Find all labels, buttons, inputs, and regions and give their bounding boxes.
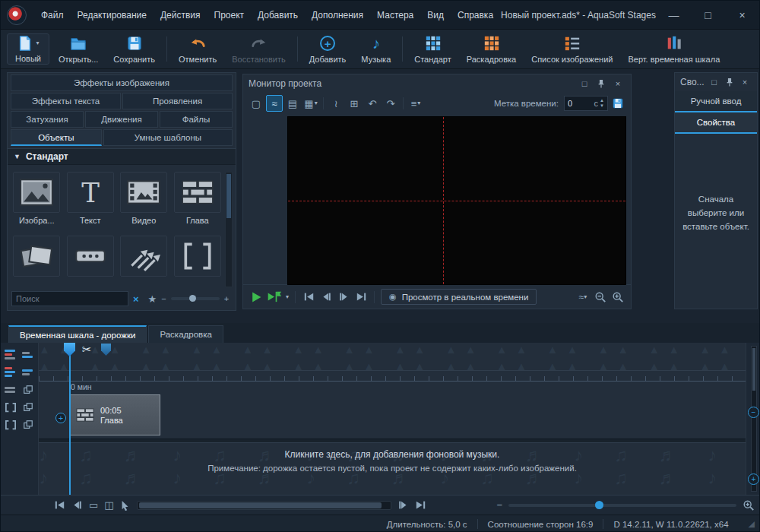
zoom-in-button[interactable] [611, 289, 625, 306]
view-list-button[interactable]: ≡▾ [407, 95, 424, 112]
tool-collapse-tracks-icon[interactable] [20, 365, 36, 379]
objects-scrollbar[interactable] [225, 172, 233, 287]
favorites-star-icon[interactable]: ★ [148, 294, 157, 304]
object-placeholder[interactable] [66, 236, 116, 277]
timestamp-input[interactable] [568, 99, 587, 108]
resize-grip-icon[interactable]: ◢ [749, 519, 755, 529]
playhead-line[interactable] [69, 343, 71, 495]
object-particles[interactable] [119, 236, 169, 277]
image-list-view-button[interactable]: Список изображений [524, 31, 620, 67]
skip-start-button[interactable] [302, 289, 315, 306]
timeline-canvas[interactable]: ▲▲ ▲▲ ▲▲ ▲▲ ▲▲ ▲▲ ▲▲ ▲▲ ▲▲ ▲▲ ▲▲ ▲▲ ▲▲ ▲… [39, 343, 746, 495]
menu-view[interactable]: Вид [420, 6, 451, 24]
properties-maximize-button[interactable]: □ [708, 75, 721, 89]
preview-canvas[interactable] [287, 116, 626, 285]
tab-objects[interactable]: Объекты [11, 129, 102, 146]
track-divider[interactable] [39, 439, 746, 443]
maximize-button[interactable]: □ [691, 1, 725, 29]
monitor-maximize-button[interactable]: □ [577, 77, 592, 90]
object-image-stack[interactable] [12, 236, 62, 277]
tab-storyboard[interactable]: Раскадровка [148, 325, 223, 343]
object-image[interactable]: Изобра... [12, 172, 62, 225]
horizontal-scrollbar[interactable] [137, 501, 391, 510]
object-text[interactable]: T Текст [66, 172, 116, 225]
menu-file[interactable]: Файл [34, 6, 71, 24]
prev-object-button[interactable] [71, 500, 83, 510]
monitor-pin-button[interactable] [594, 77, 609, 90]
menu-actions[interactable]: Действия [154, 6, 207, 24]
new-button[interactable]: ▾ Новый [7, 33, 49, 65]
save-button[interactable]: Сохранить [106, 31, 163, 67]
timeline-magnifier-button[interactable] [743, 499, 755, 511]
tool-flatten-icon[interactable] [2, 382, 18, 397]
tab-fades[interactable]: Затухания [11, 111, 84, 128]
properties-pin-button[interactable] [723, 75, 736, 89]
cursor-tool-icon[interactable] [120, 500, 131, 511]
timestamp-spinbox[interactable]: с ▲▼ [564, 96, 608, 111]
range-marker[interactable] [101, 344, 111, 356]
realtime-preview-button[interactable]: ◉ Просмотр в реальном времени [381, 289, 537, 305]
add-object-button[interactable]: + Добавить [302, 31, 354, 67]
tool-frame-selection-icon[interactable] [2, 417, 18, 432]
tab-image-effects[interactable]: Эффекты изображения [11, 74, 233, 91]
keyframe-table-button[interactable]: ⊞ [346, 95, 363, 112]
track-zoom-in-button[interactable]: + [748, 473, 759, 485]
clear-search-icon[interactable]: × [133, 293, 139, 305]
tab-smart-templates[interactable]: Умные шаблоны [103, 129, 233, 146]
skip-end-button[interactable] [354, 289, 368, 306]
layout-rows-button[interactable]: ▤ [284, 95, 301, 112]
minimize-button[interactable]: — [657, 1, 691, 29]
tool-layers-icon[interactable] [20, 347, 36, 362]
step-forward-button[interactable] [337, 289, 350, 306]
tool-fit-frame-icon[interactable] [2, 400, 18, 414]
transform-select-button[interactable]: ▢ [248, 95, 264, 112]
object-video[interactable]: Видео [119, 172, 169, 225]
playhead-marker[interactable] [64, 343, 75, 356]
track-zoom-out-button[interactable]: − [748, 407, 759, 418]
ease-in-button[interactable]: ↶ [364, 95, 381, 112]
ease-out-button[interactable]: ↷ [382, 95, 399, 112]
grid-options-button[interactable]: ▦▾ [302, 95, 319, 112]
frame-view-icon[interactable]: ▭ [89, 499, 98, 511]
tab-text-effects[interactable]: Эффекты текста [11, 93, 121, 109]
performance-graph-button[interactable]: ≈▾ [576, 289, 590, 306]
tab-motions[interactable]: Движения [85, 111, 158, 128]
spin-down-icon[interactable]: ▼ [600, 103, 604, 109]
step-back-button[interactable] [319, 289, 333, 306]
standard-view-button[interactable]: Стандарт [407, 31, 459, 67]
music-track-hint[interactable]: Кликните здесь, для добавления фоновой м… [39, 449, 746, 473]
tab-properties[interactable]: Свойства [675, 112, 757, 134]
chapter-clip[interactable]: 00:05 Глава [69, 394, 160, 435]
zoom-in-small-icon[interactable]: + [224, 295, 229, 303]
tab-timeline-tracks[interactable]: Временная шкала - дорожки [8, 325, 147, 343]
spin-arrows[interactable]: ▲▼ [600, 98, 604, 109]
tool-track-list-icon[interactable] [20, 382, 36, 397]
tool-group-icon[interactable] [20, 417, 36, 432]
frame-split-icon[interactable]: ◫ [104, 499, 113, 511]
music-button[interactable]: ♪ Музыка [353, 31, 398, 67]
timeline-zoom-out-button[interactable]: − [496, 499, 502, 511]
menu-help[interactable]: Справка [451, 6, 500, 24]
tool-tracks-icon[interactable] [2, 347, 18, 362]
tab-manual-input[interactable]: Ручной ввод [675, 91, 757, 112]
play-from-marker-button[interactable] [267, 289, 282, 306]
tool-keyframes-icon[interactable] [2, 365, 18, 379]
timeline-zoom-slider[interactable] [508, 504, 736, 507]
scrollbar-thumb[interactable] [139, 502, 382, 508]
vertical-timeline-view-button[interactable]: Верт. временная шкала [620, 31, 727, 67]
tab-reveals[interactable]: Проявления [122, 93, 233, 109]
standard-section-header[interactable]: ▼ Стандарт [8, 148, 236, 165]
zoom-out-button[interactable] [594, 289, 607, 306]
undo-button[interactable]: Отменить [171, 31, 224, 67]
close-button[interactable]: × [725, 1, 759, 29]
open-button[interactable]: Открыть... [51, 31, 106, 67]
add-track-button[interactable]: + [55, 413, 66, 423]
next-object-button[interactable] [397, 500, 409, 510]
go-start-button[interactable] [54, 500, 65, 510]
split-scissors-icon[interactable]: ✂ [82, 343, 92, 356]
object-chapter[interactable]: Глава [173, 172, 223, 225]
zoom-out-small-icon[interactable]: − [161, 295, 166, 303]
play-button[interactable] [249, 289, 263, 306]
properties-close-button[interactable]: × [738, 75, 752, 89]
monitor-close-button[interactable]: × [610, 77, 625, 90]
